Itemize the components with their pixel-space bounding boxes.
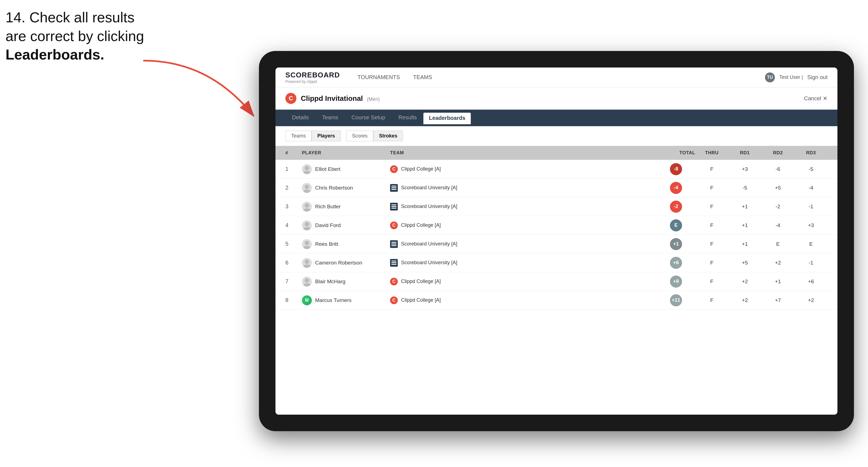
total-cell: -4 <box>657 182 695 194</box>
player-name: Chris Robertson <box>315 185 353 191</box>
table-row[interactable]: 2Chris RobertsonScoreboard University [A… <box>276 179 837 197</box>
tablet-screen: SCOREBOARD Powered by clippd TOURNAMENTS… <box>276 67 837 415</box>
col-rank: # <box>285 150 302 156</box>
rd3-cell: +3 <box>795 222 828 228</box>
table-body: 1Elliot EbertCClippd College [A]-8F+3-6-… <box>276 160 837 310</box>
col-rd1: RD1 <box>728 150 762 156</box>
table-row[interactable]: 1Elliot EbertCClippd College [A]-8F+3-6-… <box>276 160 837 179</box>
svg-point-4 <box>303 190 310 193</box>
team-cell: CClippd College [A] <box>390 297 657 304</box>
team-name: Scoreboard University [A] <box>401 204 457 209</box>
team-cell: Scoreboard University [A] <box>390 240 657 248</box>
team-name: Clippd College [A] <box>401 297 441 303</box>
player-avatar <box>302 277 312 286</box>
team-name: Scoreboard University [A] <box>401 241 457 247</box>
team-icon-clippd: C <box>390 278 398 285</box>
rd3-cell: -1 <box>795 204 828 210</box>
thru-cell: F <box>695 222 728 228</box>
tablet-frame: SCOREBOARD Powered by clippd TOURNAMENTS… <box>259 51 854 431</box>
thru-cell: F <box>695 297 728 303</box>
rank-cell: 7 <box>285 278 302 285</box>
player-name: Cameron Robertson <box>315 260 362 266</box>
total-cell: E <box>657 219 695 231</box>
player-cell: Rich Butler <box>302 202 390 212</box>
team-icon-scoreboard <box>390 184 398 192</box>
tournament-badge: (Men) <box>367 96 380 102</box>
rd2-cell: +1 <box>762 279 795 285</box>
nav-signout[interactable]: Sign out <box>807 73 828 82</box>
leaderboard-table: # PLAYER TEAM TOTAL THRU RD1 RD2 RD3 1El… <box>276 146 837 415</box>
rd3-cell: -1 <box>795 260 828 266</box>
tab-leaderboards[interactable]: Leaderboards <box>424 113 471 124</box>
thru-cell: F <box>695 279 728 285</box>
player-avatar <box>302 258 312 268</box>
table-row[interactable]: 8MMarcus TurnersCClippd College [A]+11F+… <box>276 291 837 310</box>
score-badge: -2 <box>670 200 682 213</box>
cancel-button[interactable]: Cancel ✕ <box>804 95 828 102</box>
tournament-title-area: Clippd Invitational (Men) <box>301 94 380 103</box>
svg-point-7 <box>305 222 309 226</box>
col-player: PLAYER <box>302 150 390 156</box>
player-avatar <box>302 239 312 249</box>
nav-user: Test User | <box>779 74 803 80</box>
total-cell: +11 <box>657 294 695 306</box>
svg-point-9 <box>305 241 309 245</box>
thru-cell: F <box>695 260 728 266</box>
table-row[interactable]: 5Rees BrittScoreboard University [A]+1F+… <box>276 235 837 253</box>
rd2-cell: +2 <box>762 260 795 266</box>
rd3-cell: +2 <box>795 297 828 303</box>
rd1-cell: +3 <box>728 166 762 172</box>
rd3-cell: +6 <box>795 279 828 285</box>
svg-point-5 <box>305 203 309 208</box>
team-cell: CClippd College [A] <box>390 165 657 173</box>
filter-scores[interactable]: Scores <box>346 131 373 141</box>
player-cell: Elliot Ebert <box>302 164 390 174</box>
svg-point-14 <box>303 283 310 286</box>
rd2-cell: -2 <box>762 204 795 210</box>
table-row[interactable]: 6Cameron RobertsonScoreboard University … <box>276 253 837 272</box>
table-row[interactable]: 7Blair McHargCClippd College [A]+9F+2+1+… <box>276 272 837 291</box>
sub-nav: Details Teams Course Setup Results Leade… <box>276 110 837 126</box>
nav-right: TU Test User | Sign out <box>765 72 828 82</box>
filter-players[interactable]: Players <box>312 131 341 141</box>
col-team: TEAM <box>390 150 657 156</box>
rd1-cell: +2 <box>728 297 762 303</box>
rank-cell: 6 <box>285 259 302 266</box>
player-name: Blair McHarg <box>315 279 345 285</box>
user-avatar: TU <box>765 72 775 82</box>
total-cell: -8 <box>657 163 695 175</box>
rd2-cell: +7 <box>762 297 795 303</box>
thru-cell: F <box>695 241 728 247</box>
svg-point-12 <box>303 264 310 268</box>
rank-cell: 4 <box>285 222 302 228</box>
player-name: Rich Butler <box>315 204 341 210</box>
tab-course-setup[interactable]: Course Setup <box>345 110 392 126</box>
instruction-text: 14. Check all results are correct by cli… <box>5 8 144 64</box>
total-cell: +6 <box>657 257 695 269</box>
total-cell: +1 <box>657 238 695 250</box>
table-row[interactable]: 3Rich ButlerScoreboard University [A]-2F… <box>276 197 837 216</box>
filter-strokes[interactable]: Strokes <box>373 131 403 141</box>
svg-point-6 <box>303 208 310 212</box>
total-cell: +9 <box>657 276 695 288</box>
score-badge: -8 <box>670 163 682 175</box>
filter-teams[interactable]: Teams <box>285 131 312 141</box>
tab-details[interactable]: Details <box>285 110 315 126</box>
table-row[interactable]: 4David FordCClippd College [A]EF+1-4+3 <box>276 216 837 235</box>
team-name: Scoreboard University [A] <box>401 260 457 266</box>
tab-teams[interactable]: Teams <box>315 110 345 126</box>
rd2-cell: -4 <box>762 222 795 228</box>
nav-tournaments[interactable]: TOURNAMENTS <box>358 73 400 82</box>
player-cell: MMarcus Turners <box>302 295 390 305</box>
team-cell: Scoreboard University [A] <box>390 259 657 267</box>
rd2-cell: -6 <box>762 166 795 172</box>
rank-cell: 2 <box>285 185 302 191</box>
player-cell: Blair McHarg <box>302 277 390 286</box>
player-avatar <box>302 164 312 174</box>
thru-cell: F <box>695 166 728 172</box>
tab-results[interactable]: Results <box>392 110 424 126</box>
nav-teams[interactable]: TEAMS <box>413 73 432 82</box>
player-cell: Chris Robertson <box>302 183 390 193</box>
logo-text: SCOREBOARD <box>285 71 340 79</box>
rank-cell: 3 <box>285 203 302 210</box>
